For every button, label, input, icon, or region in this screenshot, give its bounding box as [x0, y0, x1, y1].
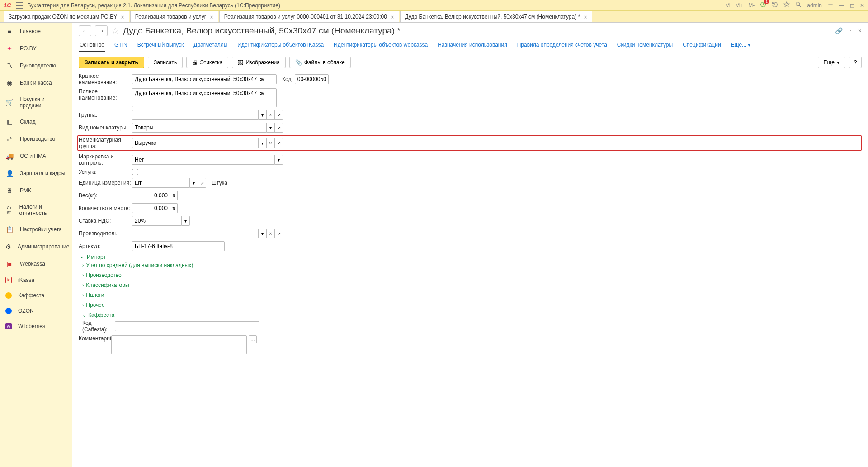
main-menu-icon[interactable] [16, 2, 23, 9]
sidebar-item-wb[interactable]: WWildberries [0, 319, 72, 334]
marking-input[interactable] [132, 155, 275, 165]
tab-close-icon[interactable]: × [121, 14, 124, 20]
dropdown-icon[interactable]: ▾ [259, 110, 267, 120]
sidebar-item-sales[interactable]: 🛒Покупки и продажи [0, 91, 72, 113]
nom-type-input[interactable] [132, 123, 267, 133]
dropdown-icon[interactable]: ▾ [275, 155, 283, 165]
dropdown-icon[interactable]: ▾ [259, 138, 267, 148]
m-minus-button[interactable]: M- [748, 2, 755, 9]
sidebar-item-webkassa[interactable]: ▣Webkassa [0, 255, 72, 272]
notifications-icon[interactable]: 1 [760, 1, 766, 9]
import-section[interactable]: ▸ Импорт [79, 254, 862, 260]
maximize-icon[interactable]: ◻ [850, 2, 854, 9]
subtab-main[interactable]: Основное [79, 40, 105, 52]
nom-group-input[interactable] [132, 138, 259, 148]
tab-0[interactable]: Загрузка продаж OZON по месяцам PO.BY× [4, 11, 129, 22]
manufacturer-input[interactable] [132, 229, 259, 238]
article-input[interactable] [132, 241, 225, 251]
comment-textarea[interactable] [111, 335, 247, 354]
tab-close-icon[interactable]: × [391, 14, 394, 20]
forward-button[interactable]: → [95, 25, 108, 36]
open-icon[interactable]: ↗ [275, 123, 283, 133]
settings-icon[interactable] [827, 1, 834, 9]
sidebar-item-production[interactable]: ⇄Производство [0, 130, 72, 148]
close-content-icon[interactable]: × [858, 27, 862, 34]
sidebar-item-warehouse[interactable]: ▦Склад [0, 113, 72, 130]
sidebar-item-main[interactable]: ≡Главное [0, 23, 72, 40]
sidebar-item-poby[interactable]: ✦PO.BY [0, 40, 72, 57]
dropdown-icon[interactable]: ▾ [190, 178, 198, 188]
subtab-metals[interactable]: Драгметаллы [193, 40, 228, 52]
spinner-icon[interactable]: ⇅ [170, 203, 178, 213]
sidebar-item-ozon[interactable]: OZON [0, 303, 72, 319]
tab-3[interactable]: Дудо Банкетка, Велюр искусственный, 50х3… [400, 11, 592, 22]
clear-icon[interactable]: × [267, 229, 275, 238]
save-close-button[interactable]: Записать и закрыть [79, 57, 144, 68]
sidebar-item-rmk[interactable]: 🖥РМК [0, 182, 72, 199]
sidebar-item-assets[interactable]: 🚚ОС и НМА [0, 148, 72, 165]
avg-acct-section[interactable]: ›Учет по средней (для выписки накладных) [82, 260, 862, 270]
open-icon[interactable]: ↗ [275, 138, 283, 148]
subtab-specs[interactable]: Спецификации [682, 40, 722, 52]
back-button[interactable]: ← [79, 25, 91, 36]
tab-2[interactable]: Реализация товаров и услуг 0000-000401 о… [219, 11, 399, 22]
dropdown-icon[interactable]: ▾ [259, 229, 267, 238]
dropdown-icon[interactable]: ▾ [182, 216, 190, 226]
favorite-star-icon[interactable]: ☆ [111, 25, 119, 36]
taxes-section[interactable]: ›Налоги [82, 290, 862, 300]
sidebar-item-admin[interactable]: ⚙Администрирование [0, 238, 72, 255]
subtab-webkassa-ids[interactable]: Идентификаторы объектов webkassa [333, 40, 429, 52]
subtab-discounts[interactable]: Скидки номенклатуры [616, 40, 674, 52]
images-button[interactable]: 🖼Изображения [232, 57, 285, 68]
label-button[interactable]: 🖨Этикетка [186, 57, 228, 68]
full-name-textarea[interactable] [132, 88, 277, 107]
sidebar-item-ikassa[interactable]: iKiKassa [0, 272, 72, 288]
other-section[interactable]: ›Прочее [82, 300, 862, 310]
sidebar-item-tax[interactable]: ДтКтНалоги и отчетность [0, 199, 72, 221]
classifiers-section[interactable]: ›Классификаторы [82, 280, 862, 290]
save-button[interactable]: Записать [148, 57, 183, 68]
subtab-ikassa-ids[interactable]: Идентификаторы объектов iKassa [236, 40, 325, 52]
subtab-usage[interactable]: Назначения использования [437, 40, 508, 52]
code-caffesta-input[interactable] [115, 321, 259, 331]
subtab-counter[interactable]: Встречный выпуск [137, 40, 185, 52]
sidebar-item-bank[interactable]: ◉Банк и касса [0, 74, 72, 91]
short-name-input[interactable] [132, 74, 277, 84]
help-button[interactable]: ? [849, 57, 862, 68]
sidebar-item-manager[interactable]: 〽Руководителю [0, 57, 72, 74]
more-vert-icon[interactable]: ⋮ [847, 27, 854, 34]
sidebar-item-settings[interactable]: 📋Настройки учета [0, 221, 72, 238]
open-icon[interactable]: ↗ [275, 229, 283, 238]
star-icon[interactable] [783, 1, 790, 9]
unit-input[interactable] [132, 178, 190, 188]
m-button[interactable]: M [725, 2, 730, 9]
link-icon[interactable]: 🔗 [835, 27, 843, 34]
service-checkbox[interactable] [132, 169, 138, 175]
m-plus-button[interactable]: M+ [735, 2, 743, 9]
weight-input[interactable] [132, 191, 170, 200]
close-icon[interactable]: ✕ [860, 2, 864, 9]
open-icon[interactable]: ↗ [275, 110, 283, 120]
spinner-icon[interactable]: ⇅ [170, 191, 178, 200]
search-icon[interactable] [795, 1, 802, 9]
code-input[interactable] [295, 74, 329, 84]
user-label[interactable]: admin [807, 2, 822, 9]
tab-close-icon[interactable]: × [584, 14, 587, 20]
group-input[interactable] [132, 110, 259, 120]
tab-close-icon[interactable]: × [210, 14, 213, 20]
subtab-more[interactable]: Еще... ▾ [730, 40, 752, 52]
qty-place-input[interactable] [132, 203, 170, 213]
open-icon[interactable]: ↗ [198, 178, 206, 188]
minimize-icon[interactable]: — [839, 2, 844, 9]
more-button[interactable]: Еще ▾ [818, 57, 845, 68]
clear-icon[interactable]: × [267, 110, 275, 120]
vat-input[interactable] [132, 216, 182, 226]
sidebar-item-caffesta[interactable]: Каффеста [0, 288, 72, 303]
sidebar-item-hr[interactable]: 👤Зарплата и кадры [0, 165, 72, 182]
caffesta-section[interactable]: ⌄Каффеста [82, 310, 862, 320]
production-section[interactable]: ›Производство [82, 270, 862, 280]
expand-comment-icon[interactable]: … [249, 335, 257, 343]
dropdown-icon[interactable]: ▾ [267, 123, 275, 133]
clear-icon[interactable]: × [267, 138, 275, 148]
cloud-files-button[interactable]: 📎Файлы в облаке [289, 57, 351, 68]
